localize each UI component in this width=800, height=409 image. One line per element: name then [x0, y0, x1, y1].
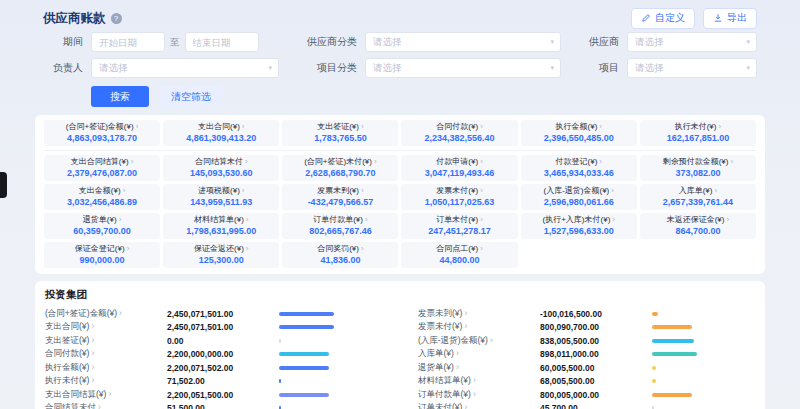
- metric-value: 45,700.00: [540, 403, 652, 409]
- metric-value: 2,200,071,502.00: [167, 363, 279, 373]
- stat-card[interactable]: 入库单(¥)›2,657,339,761.44: [640, 184, 756, 210]
- metric-label: (合同+签证)金额(¥)›: [45, 308, 167, 320]
- stat-card[interactable]: 合同点工(¥)›44,800.00: [401, 242, 517, 268]
- stat-card[interactable]: 支出合同结算(¥)›2,379,476,087.00: [44, 155, 160, 181]
- stat-card[interactable]: 支出合同(¥)›4,861,309,413.20: [163, 120, 279, 146]
- stat-card[interactable]: 付款申请(¥)›3,047,119,493.46: [401, 155, 517, 181]
- stat-card[interactable]: 发票未到(¥)›-432,479,566.57: [282, 184, 398, 210]
- chevron-down-icon: ▾: [550, 64, 554, 72]
- metric-row[interactable]: 订单付款单(¥)›800,005,000.00: [418, 388, 755, 402]
- stat-card[interactable]: 进项税额(¥)›143,959,511.93: [163, 184, 279, 210]
- metric-row[interactable]: 材料结算单(¥)›68,005,500.00: [418, 375, 755, 389]
- stat-label: 退货单(¥)›: [46, 215, 158, 224]
- stat-card[interactable]: 退货单(¥)›60,359,700.00: [44, 213, 160, 239]
- stat-card[interactable]: 订单未付(¥)›247,451,278.17: [401, 213, 517, 239]
- chevron-right-icon: ›: [473, 375, 476, 385]
- project-category-label: 项目分类: [295, 61, 357, 75]
- chevron-right-icon: ›: [718, 122, 721, 131]
- owner-select[interactable]: 请选择 ▾: [91, 58, 279, 78]
- stat-card[interactable]: 保证金返还(¥)›125,300.00: [163, 242, 279, 268]
- chevron-right-icon: ›: [131, 157, 134, 166]
- metric-row[interactable]: 执行金额(¥)›2,200,071,502.00: [45, 361, 382, 375]
- stat-value: 1,527,596,633.00: [523, 226, 635, 236]
- metric-label: 执行未付(¥)›: [45, 375, 167, 387]
- metric-row[interactable]: 退货单(¥)›60,005,500.00: [418, 361, 755, 375]
- metric-row[interactable]: 支出签证(¥)›0.00: [45, 334, 382, 348]
- stat-card[interactable]: (合同+签证)金额(¥)›4,863,093,178.70: [44, 120, 160, 146]
- stat-card[interactable]: 执行金额(¥)›2,396,550,485.00: [521, 120, 637, 146]
- stat-card[interactable]: 订单付款单(¥)›802,665,767.46: [282, 213, 398, 239]
- stat-value: 247,451,278.17: [403, 226, 515, 236]
- metric-row[interactable]: (合同+签证)金额(¥)›2,450,071,501.00: [45, 307, 382, 321]
- stat-value: 3,032,456,486.89: [46, 197, 158, 207]
- export-button[interactable]: 导出: [703, 8, 757, 29]
- stat-value: 802,665,767.46: [284, 226, 396, 236]
- stat-value: 1,798,631,995.00: [165, 226, 277, 236]
- end-date-input[interactable]: [185, 32, 259, 52]
- stat-card[interactable]: 发票未付(¥)›1,050,117,025.63: [401, 184, 517, 210]
- metric-row[interactable]: 发票未付(¥)›800,090,700.00: [418, 321, 755, 335]
- chevron-right-icon: ›: [456, 348, 459, 358]
- page-header: 供应商账款 ? 自定义 导出: [35, 6, 765, 30]
- metric-row[interactable]: 入库单(¥)›898,011,000.00: [418, 348, 755, 362]
- metric-row[interactable]: (入库-退货)金额(¥)›838,005,500.00: [418, 334, 755, 348]
- stat-card[interactable]: 材料结算单(¥)›1,798,631,995.00: [163, 213, 279, 239]
- stat-card[interactable]: 合同结算未付›145,093,530.60: [163, 155, 279, 181]
- stat-value: 2,234,382,556.40: [403, 133, 515, 143]
- stat-card[interactable]: (合同+签证)未付(¥)›2,628,668,790.70: [282, 155, 398, 181]
- supplier-select[interactable]: 请选择 ▾: [627, 32, 757, 52]
- stat-card[interactable]: 合同付款(¥)›2,234,382,556.40: [401, 120, 517, 146]
- stat-label: 支出签证(¥)›: [284, 122, 396, 131]
- stat-card[interactable]: (执行+入库)未付(¥)›1,527,596,633.00: [521, 213, 637, 239]
- stat-card[interactable]: 保证金登记(¥)›990,000.00: [44, 242, 160, 268]
- stat-value: 2,379,476,087.00: [46, 168, 158, 178]
- stat-value: 125,300.00: [165, 255, 277, 265]
- supplier-category-select[interactable]: 请选择 ▾: [365, 32, 561, 52]
- project-select[interactable]: 请选择 ▾: [627, 58, 757, 78]
- stat-value: 44,800.00: [403, 255, 515, 265]
- chevron-right-icon: ›: [245, 157, 248, 166]
- metric-row[interactable]: 执行未付(¥)›71,502.00: [45, 375, 382, 389]
- stat-card[interactable]: 支出签证(¥)›1,783,765.50: [282, 120, 398, 146]
- stat-card[interactable]: 合同奖罚(¥)›41,836.00: [282, 242, 398, 268]
- stat-label: 付款申请(¥)›: [403, 157, 515, 166]
- metric-label: 订单付款单(¥)›: [418, 389, 540, 401]
- clear-filters-button[interactable]: 清空筛选: [159, 86, 223, 107]
- chevron-right-icon: ›: [361, 186, 364, 195]
- stats-panel: (合同+签证)金额(¥)›4,863,093,178.70支出合同(¥)›4,8…: [35, 115, 765, 274]
- sidebar-toggle-handle[interactable]: [0, 172, 7, 198]
- stat-card[interactable]: 支出金额(¥)›3,032,456,486.89: [44, 184, 160, 210]
- start-date-input[interactable]: [91, 32, 165, 52]
- customize-button[interactable]: 自定义: [631, 8, 695, 29]
- metric-row[interactable]: 合同付款(¥)›2,200,000,000.00: [45, 348, 382, 362]
- metric-row[interactable]: 支出合同结算(¥)›2,200,051,500.00: [45, 388, 382, 402]
- project-category-select[interactable]: 请选择 ▾: [365, 58, 561, 78]
- stat-card[interactable]: (入库-退货)金额(¥)›2,596,980,061.66: [521, 184, 637, 210]
- metric-row[interactable]: 发票未到(¥)›-100,016,500.00: [418, 307, 755, 321]
- stat-card[interactable]: 执行未付(¥)›162,167,851.00: [640, 120, 756, 146]
- select-placeholder: 请选择: [373, 62, 402, 75]
- metric-row[interactable]: 合同结算未付›51,500.00: [45, 402, 382, 409]
- chevron-right-icon: ›: [480, 122, 483, 131]
- edit-icon: [641, 13, 651, 23]
- metric-value: 838,005,500.00: [540, 336, 652, 346]
- chevron-right-icon: ›: [246, 215, 249, 224]
- chevron-right-icon: ›: [480, 244, 483, 253]
- stat-value: 60,359,700.00: [46, 226, 158, 236]
- chevron-down-icon: ▾: [746, 64, 750, 72]
- metric-row[interactable]: 订单未付(¥)›45,700.00: [418, 402, 755, 409]
- group-title: 投资集团: [45, 288, 755, 302]
- search-button[interactable]: 搜索: [91, 86, 149, 107]
- metric-row[interactable]: 支出合同(¥)›2,450,071,501.00: [45, 321, 382, 335]
- metric-label: (入库-退货)金额(¥)›: [418, 335, 540, 347]
- stat-label: 入库单(¥)›: [642, 186, 754, 195]
- help-icon[interactable]: ?: [111, 13, 122, 24]
- stat-label: 剩余预付款金额(¥)›: [642, 157, 754, 166]
- stat-card[interactable]: 剩余预付款金额(¥)›373,082.00: [640, 155, 756, 181]
- filter-panel: 期间 至 供应商分类 请选择 ▾ 供应商 请选择 ▾: [35, 30, 765, 109]
- chevron-down-icon: ▾: [268, 64, 272, 72]
- stat-card[interactable]: 付款登记(¥)›3,465,934,033.46: [521, 155, 637, 181]
- metric-value: 898,011,000.00: [540, 349, 652, 359]
- stat-card[interactable]: 未返还保证金(¥)›864,700.00: [640, 213, 756, 239]
- stat-label: 合同付款(¥)›: [403, 122, 515, 131]
